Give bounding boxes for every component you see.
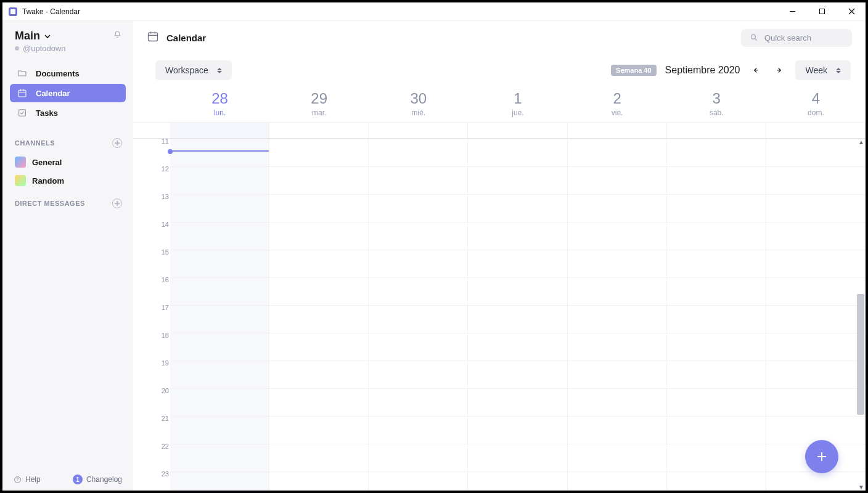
allday-cell[interactable] bbox=[269, 123, 369, 139]
day-header[interactable]: 28lun. bbox=[170, 86, 269, 122]
hour-gridline bbox=[170, 333, 866, 333]
scrollbar[interactable]: ▲ ▼ bbox=[856, 139, 866, 491]
changelog-link[interactable]: 1 Changelog bbox=[73, 475, 122, 484]
hour-label: 20 bbox=[162, 387, 169, 394]
calendar-filter-dropdown[interactable]: Workspace bbox=[155, 60, 232, 80]
week-number-badge: Semana 40 bbox=[611, 65, 656, 76]
day-number: 28 bbox=[170, 90, 269, 107]
day-column[interactable] bbox=[170, 139, 269, 491]
page-title: Calendar bbox=[166, 33, 206, 43]
window-titlebar: Twake - Calendar bbox=[2, 2, 866, 21]
allday-cell[interactable] bbox=[568, 123, 667, 139]
help-label: Help bbox=[25, 475, 41, 484]
view-mode-dropdown[interactable]: Week bbox=[795, 60, 851, 80]
day-name: vie. bbox=[568, 108, 667, 117]
window-minimize-button[interactable] bbox=[783, 2, 801, 21]
hour-label: 18 bbox=[162, 332, 169, 339]
sidebar: Main @uptodown Documents Calendar bbox=[2, 21, 133, 491]
allday-cell[interactable] bbox=[369, 123, 468, 139]
hour-gridline bbox=[170, 471, 866, 472]
day-column[interactable] bbox=[568, 139, 667, 491]
hour-gridline bbox=[170, 222, 866, 222]
help-link[interactable]: Help bbox=[14, 475, 41, 484]
allday-cell[interactable] bbox=[468, 123, 567, 139]
sidebar-item-calendar[interactable]: Calendar bbox=[10, 84, 126, 102]
hour-gridline bbox=[170, 194, 866, 195]
hour-label: 21 bbox=[162, 415, 169, 422]
plus-icon bbox=[814, 449, 829, 464]
workspace-user: @uptodown bbox=[2, 43, 133, 62]
folder-icon bbox=[17, 68, 27, 78]
sidebar-item-tasks[interactable]: Tasks bbox=[10, 104, 126, 122]
day-header[interactable]: 4dom. bbox=[766, 86, 866, 122]
calendar-icon bbox=[147, 30, 159, 45]
workspace-switcher[interactable]: Main bbox=[15, 30, 51, 43]
notifications-button[interactable] bbox=[113, 30, 122, 42]
add-channel-button[interactable] bbox=[112, 138, 122, 148]
hour-gridline bbox=[170, 139, 866, 139]
hour-label: 23 bbox=[162, 470, 169, 478]
day-column[interactable] bbox=[369, 139, 468, 491]
hour-gridline bbox=[170, 305, 866, 306]
sidebar-item-documents[interactable]: Documents bbox=[10, 64, 126, 83]
hours-gutter: 11121314151617181920212223 bbox=[155, 139, 170, 491]
day-name: mié. bbox=[369, 108, 468, 117]
allday-row bbox=[133, 123, 866, 139]
svg-rect-8 bbox=[19, 110, 26, 116]
hour-label: 12 bbox=[162, 165, 169, 173]
svg-point-14 bbox=[751, 35, 755, 39]
add-event-fab[interactable] bbox=[805, 440, 838, 473]
arrow-right-icon bbox=[775, 66, 784, 75]
hour-label: 17 bbox=[162, 304, 169, 311]
hour-label: 15 bbox=[162, 248, 169, 256]
svg-rect-1 bbox=[819, 9, 824, 14]
arrow-left-icon bbox=[751, 66, 760, 75]
channel-random[interactable]: Random bbox=[2, 171, 133, 190]
hour-gridline bbox=[170, 277, 866, 278]
allday-cell[interactable] bbox=[667, 123, 766, 139]
prev-week-button[interactable] bbox=[748, 63, 763, 78]
hour-label: 19 bbox=[162, 359, 169, 367]
day-name: dom. bbox=[766, 108, 866, 117]
window-maximize-button[interactable] bbox=[813, 2, 831, 21]
app-icon bbox=[9, 7, 17, 16]
window-title: Twake - Calendar bbox=[22, 7, 80, 16]
main-panel: Calendar Quick search Workspace Semana 4… bbox=[133, 21, 866, 491]
add-dm-button[interactable] bbox=[112, 198, 122, 208]
calendar-icon bbox=[17, 88, 27, 98]
day-header[interactable]: 29mar. bbox=[269, 86, 369, 122]
day-number: 4 bbox=[766, 90, 866, 107]
filter-label: Workspace bbox=[165, 65, 208, 75]
day-column[interactable] bbox=[766, 139, 866, 491]
day-number: 3 bbox=[667, 90, 766, 107]
day-header[interactable]: 3sáb. bbox=[667, 86, 766, 122]
nav-label: Tasks bbox=[36, 108, 58, 118]
channel-general[interactable]: General bbox=[2, 153, 133, 171]
scroll-down-icon: ▼ bbox=[858, 484, 864, 491]
day-column[interactable] bbox=[468, 139, 567, 491]
scrollbar-thumb[interactable] bbox=[857, 294, 864, 415]
day-header[interactable]: 2vie. bbox=[568, 86, 667, 122]
day-header[interactable]: 30mié. bbox=[369, 86, 468, 122]
help-icon bbox=[14, 476, 22, 484]
view-mode-label: Week bbox=[805, 65, 827, 75]
day-name: sáb. bbox=[667, 108, 766, 117]
allday-cell[interactable] bbox=[766, 123, 866, 139]
days-header: 28lun.29mar.30mié.1jue.2vie.3sáb.4dom. bbox=[133, 86, 866, 123]
allday-cell[interactable] bbox=[170, 123, 269, 139]
day-column[interactable] bbox=[269, 139, 369, 491]
day-name: lun. bbox=[170, 108, 269, 117]
changelog-badge: 1 bbox=[73, 475, 83, 484]
scroll-up-icon: ▲ bbox=[858, 139, 864, 145]
current-month-label: Septiembre 2020 bbox=[665, 65, 740, 76]
window-close-button[interactable] bbox=[842, 2, 861, 21]
hour-gridline bbox=[170, 388, 866, 389]
calendar-grid[interactable] bbox=[170, 139, 866, 491]
hour-label: 16 bbox=[162, 276, 169, 283]
day-header[interactable]: 1jue. bbox=[468, 86, 567, 122]
search-icon bbox=[750, 33, 758, 42]
next-week-button[interactable] bbox=[772, 63, 787, 78]
day-number: 29 bbox=[269, 90, 369, 107]
day-column[interactable] bbox=[667, 139, 766, 491]
search-input[interactable]: Quick search bbox=[741, 29, 852, 47]
